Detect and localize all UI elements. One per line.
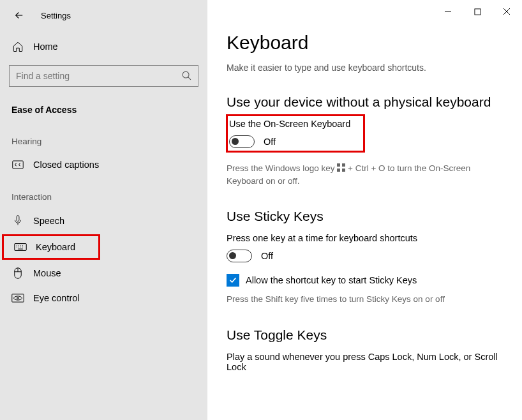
eye-icon [11, 294, 24, 303]
group-hearing: Hearing [0, 121, 207, 153]
onscreen-keyboard-help: Press the Windows logo key + Ctrl + O to… [227, 162, 503, 187]
nav-keyboard-label: Keyboard [36, 242, 75, 252]
close-button[interactable] [500, 5, 513, 18]
nav-eye-control-label: Eye control [33, 293, 80, 303]
sidebar: Settings Home Ease of Access Hearing Clo… [0, 0, 207, 420]
togglekeys-desc: Play a sound whenever you press Caps Loc… [227, 352, 503, 372]
windows-key-icon [337, 163, 345, 172]
onscreen-keyboard-state: Off [264, 137, 276, 147]
titlebar: Settings [0, 8, 207, 29]
sticky-help: Press the Shift key five times to turn S… [227, 293, 503, 306]
nav-mouse[interactable]: Mouse [0, 260, 207, 286]
onscreen-keyboard-toggle-row: Off [229, 135, 358, 148]
home-icon [11, 41, 24, 52]
sticky-desc: Press one key at a time for keyboard sho… [227, 233, 503, 243]
category-header: Ease of Access [0, 94, 207, 121]
main-content: Keyboard Make it easier to type and use … [207, 0, 522, 420]
section-no-physical-title: Use your device without a physical keybo… [227, 94, 503, 110]
back-button[interactable] [11, 8, 27, 23]
window-controls [442, 5, 513, 18]
arrow-left-icon [13, 10, 25, 21]
maximize-button[interactable] [471, 5, 484, 18]
minimize-button[interactable] [442, 5, 454, 18]
svg-rect-2 [17, 216, 19, 221]
nav-eye-control[interactable]: Eye control [0, 286, 207, 310]
minimize-icon [444, 8, 452, 15]
svg-point-6 [17, 297, 19, 299]
onscreen-keyboard-section: Use the On-Screen Keyboard Off [227, 115, 364, 152]
nav-closed-captions[interactable]: Closed captions [0, 153, 207, 177]
sticky-toggle[interactable] [227, 250, 252, 262]
keyboard-icon [14, 243, 27, 251]
maximize-icon [474, 8, 481, 15]
page-subtitle: Make it easier to type and use keyboard … [227, 63, 503, 73]
svg-rect-1 [13, 161, 24, 169]
search-container [9, 65, 198, 87]
svg-rect-7 [474, 8, 480, 14]
check-icon [228, 276, 237, 285]
microphone-icon [11, 215, 24, 227]
sticky-shortcut-row: Allow the shortcut key to start Sticky K… [227, 274, 503, 287]
nav-speech-label: Speech [33, 216, 64, 226]
svg-point-0 [183, 71, 189, 78]
nav-home-label: Home [33, 41, 58, 52]
search-input[interactable] [9, 65, 198, 87]
nav-home[interactable]: Home [0, 36, 207, 57]
onscreen-keyboard-label: Use the On-Screen Keyboard [229, 119, 358, 129]
section-togglekeys-title: Use Toggle Keys [227, 327, 503, 343]
sticky-shortcut-label: Allow the shortcut key to start Sticky K… [246, 275, 417, 285]
nav-closed-captions-label: Closed captions [33, 160, 99, 170]
sticky-toggle-row: Off [227, 250, 503, 262]
nav-speech[interactable]: Speech [0, 208, 207, 234]
section-sticky-title: Use Sticky Keys [227, 209, 503, 224]
nav-mouse-label: Mouse [33, 268, 61, 278]
onscreen-keyboard-toggle[interactable] [229, 135, 255, 148]
sticky-state: Off [261, 251, 273, 261]
mouse-icon [11, 267, 24, 279]
close-icon [503, 8, 511, 15]
window-title: Settings [41, 11, 71, 20]
search-icon [181, 70, 192, 81]
page-heading: Keyboard [227, 32, 503, 54]
nav-keyboard[interactable]: Keyboard [3, 235, 100, 259]
group-interaction: Interaction [0, 177, 207, 208]
closed-captions-icon [11, 160, 24, 169]
sticky-shortcut-checkbox[interactable] [227, 274, 239, 287]
